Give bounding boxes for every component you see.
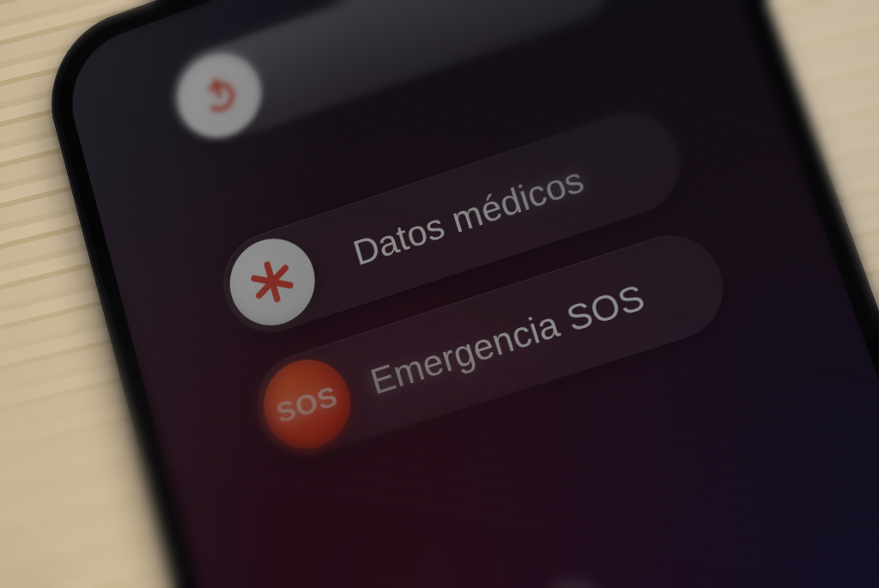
power-icon bbox=[194, 69, 245, 122]
power-off-thumb[interactable] bbox=[168, 41, 271, 149]
sos-thumb[interactable]: SOS bbox=[254, 349, 361, 460]
perspective-stage: deslizar Datos médicos bbox=[0, 0, 879, 588]
medical-id-thumb[interactable] bbox=[220, 227, 324, 336]
phone-body: deslizar Datos médicos bbox=[33, 0, 879, 588]
power-off-slider[interactable]: deslizar bbox=[161, 0, 628, 156]
cancel-button[interactable] bbox=[507, 567, 644, 588]
photo-scene: deslizar Datos médicos bbox=[0, 0, 879, 588]
asterisk-icon bbox=[243, 252, 301, 312]
phone-screen: deslizar Datos médicos bbox=[58, 0, 879, 588]
cancel-group: Cancelar bbox=[482, 560, 686, 588]
sos-thumb-text: SOS bbox=[273, 379, 342, 429]
